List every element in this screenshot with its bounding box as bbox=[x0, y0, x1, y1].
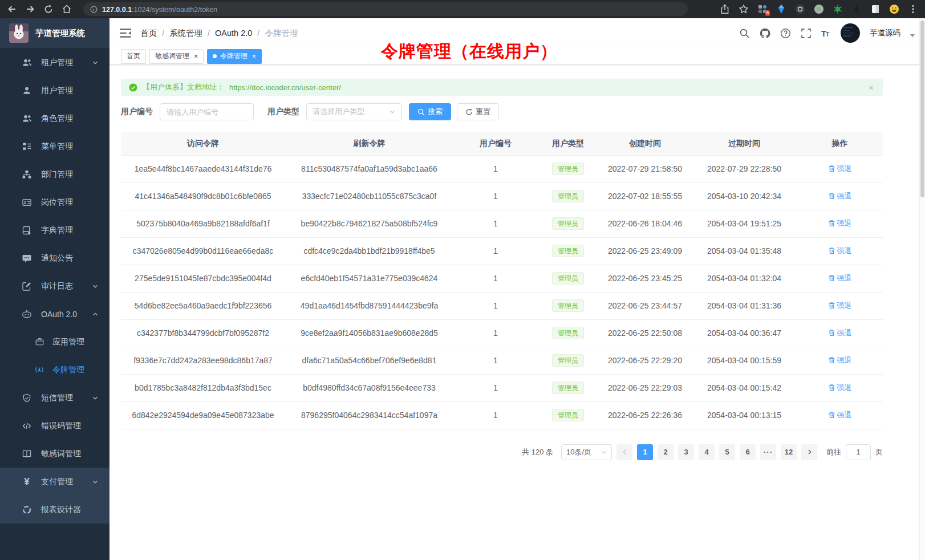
page-scrollbar[interactable] bbox=[919, 18, 925, 560]
logo-bar[interactable]: 芋道管理系统 bbox=[0, 18, 109, 48]
sidebar-item-oauth2-token[interactable]: 令牌管理 bbox=[0, 356, 109, 384]
sidebar-item-oauth2-app[interactable]: 应用管理 bbox=[0, 328, 109, 356]
forward-icon[interactable] bbox=[25, 4, 35, 14]
extension-record-icon[interactable] bbox=[814, 4, 824, 14]
extension-dark-icon[interactable] bbox=[795, 4, 805, 14]
sidebar-item-user[interactable]: 用户管理 bbox=[0, 76, 109, 104]
extension-gem-icon[interactable] bbox=[776, 4, 786, 14]
prev-page-button[interactable] bbox=[616, 444, 632, 460]
site-info-icon[interactable] bbox=[90, 6, 98, 13]
goto-label: 前往 bbox=[826, 447, 841, 457]
help-icon[interactable] bbox=[780, 28, 791, 39]
page-button-2[interactable]: 2 bbox=[658, 444, 674, 460]
expire-time-cell: 2054-03-04 00:15:59 bbox=[692, 347, 797, 374]
reload-icon[interactable] bbox=[43, 4, 54, 14]
force-logout-button[interactable]: 强退 bbox=[828, 328, 852, 338]
user-avatar[interactable] bbox=[841, 23, 860, 43]
kebab-menu-icon[interactable] bbox=[908, 4, 918, 14]
page-button-5[interactable]: 5 bbox=[719, 444, 735, 460]
page-button-1[interactable]: 1 bbox=[637, 444, 653, 460]
sidebar-item-label: 错误码管理 bbox=[41, 421, 81, 431]
created-time-cell: 2022-06-25 23:44:57 bbox=[598, 292, 692, 319]
content: 【用户体系】文档地址： https://doc.iocoder.cn/user-… bbox=[109, 65, 883, 460]
sidebar-item-sensitive-word[interactable]: 敏感词管理 bbox=[0, 440, 109, 468]
pie-icon bbox=[22, 505, 32, 515]
force-logout-button[interactable]: 强退 bbox=[828, 410, 852, 420]
page-button-12[interactable]: 12 bbox=[781, 444, 797, 460]
share-icon[interactable] bbox=[720, 4, 730, 14]
force-logout-button[interactable]: 强退 bbox=[828, 383, 852, 393]
alert-close-icon[interactable]: × bbox=[869, 83, 874, 92]
user-type-label: 用户类型 bbox=[267, 107, 299, 117]
sidebar-item-tenant[interactable]: 租户管理 bbox=[0, 48, 109, 76]
sidebar-item-pay[interactable]: ¥支付管理 bbox=[0, 468, 109, 496]
tab-首页[interactable]: 首页 bbox=[121, 49, 146, 64]
username[interactable]: 芋道源码 bbox=[870, 28, 900, 38]
force-logout-button[interactable]: 强退 bbox=[828, 191, 852, 201]
force-logout-label: 强退 bbox=[837, 191, 852, 201]
sidebar-item-oauth2[interactable]: OAuth 2.0 bbox=[0, 300, 109, 328]
tab-close-icon[interactable]: × bbox=[194, 53, 198, 60]
tab-close-icon[interactable]: × bbox=[252, 53, 256, 60]
breadcrumb-item[interactable]: 首页 bbox=[140, 28, 157, 39]
access-token-cell: 6d842e2924594de9a09e45e087323abe bbox=[121, 401, 285, 429]
back-icon[interactable] bbox=[7, 4, 17, 14]
sidebar-item-role[interactable]: 角色管理 bbox=[0, 104, 109, 132]
sidebar-item-audit-log[interactable]: 审计日志 bbox=[0, 272, 109, 300]
search-icon[interactable] bbox=[739, 28, 750, 39]
scrollbar-thumb[interactable] bbox=[920, 21, 924, 197]
sidebar-item-error-code[interactable]: 错误码管理 bbox=[0, 412, 109, 440]
fullscreen-icon[interactable] bbox=[801, 28, 812, 39]
reading-list-icon[interactable] bbox=[870, 4, 881, 14]
force-logout-button[interactable]: 强退 bbox=[828, 246, 852, 256]
sidebar-item-notice[interactable]: 通知公告 bbox=[0, 244, 109, 272]
bookmark-star-icon[interactable] bbox=[739, 4, 749, 14]
profile-emoji-icon[interactable] bbox=[889, 4, 899, 14]
trash-icon bbox=[828, 302, 835, 309]
reset-button[interactable]: 重置 bbox=[457, 103, 499, 120]
page-button-3[interactable]: 3 bbox=[678, 444, 694, 460]
force-logout-button[interactable]: 强退 bbox=[828, 355, 852, 366]
created-time-cell: 2022-06-25 23:45:25 bbox=[598, 265, 692, 292]
pagination: 共 120 条10条/页123456···12前往页 bbox=[121, 444, 883, 460]
address-bar[interactable]: 127.0.0.1:1024/system/oauth2/token bbox=[83, 2, 688, 16]
page-button-6[interactable]: 6 bbox=[740, 444, 756, 460]
page-size-select[interactable]: 10条/页 bbox=[561, 444, 612, 460]
extension-pin-icon[interactable] bbox=[851, 4, 862, 14]
sidebar-item-sms[interactable]: 短信管理 bbox=[0, 384, 109, 412]
user-dropdown-caret-icon[interactable] bbox=[910, 34, 915, 37]
tab-敏感词管理[interactable]: 敏感词管理× bbox=[149, 49, 204, 64]
force-logout-button[interactable]: 强退 bbox=[828, 301, 852, 311]
force-logout-button[interactable]: 强退 bbox=[828, 273, 852, 283]
sidebar-item-label: 菜单管理 bbox=[41, 141, 73, 152]
annotation-text: 令牌管理（在线用户） bbox=[381, 40, 558, 63]
pager-more-button[interactable]: ··· bbox=[760, 444, 776, 460]
alert-link[interactable]: https://doc.iocoder.cn/user-center/ bbox=[229, 83, 341, 92]
menu-fold-icon[interactable] bbox=[120, 28, 131, 38]
breadcrumb-item[interactable]: 系统管理 bbox=[169, 28, 202, 39]
sidebar-item-dict[interactable]: 字典管理 bbox=[0, 216, 109, 244]
force-logout-button[interactable]: 强退 bbox=[828, 218, 852, 229]
sidebar-item-dept[interactable]: 部门管理 bbox=[0, 160, 109, 188]
page-button-4[interactable]: 4 bbox=[699, 444, 715, 460]
font-size-icon[interactable]: TT bbox=[821, 29, 829, 38]
next-page-button[interactable] bbox=[801, 444, 817, 460]
force-logout-button[interactable]: 强退 bbox=[828, 164, 852, 174]
user-id-input[interactable] bbox=[160, 103, 254, 120]
action-cell: 强退 bbox=[797, 292, 883, 319]
github-icon[interactable] bbox=[760, 28, 770, 39]
goto-page-input[interactable] bbox=[846, 444, 871, 460]
home-icon[interactable] bbox=[62, 4, 72, 14]
code-icon bbox=[22, 421, 32, 431]
sidebar-item-report-designer[interactable]: 报表设计器 bbox=[0, 496, 109, 524]
extension-star-icon[interactable] bbox=[833, 4, 843, 14]
extension-notify-icon[interactable]: 9 bbox=[757, 4, 768, 14]
tab-令牌管理[interactable]: 令牌管理× bbox=[207, 49, 262, 64]
sidebar-item-menu[interactable]: 菜单管理 bbox=[0, 132, 109, 160]
search-button[interactable]: 搜索 bbox=[409, 103, 451, 120]
force-logout-label: 强退 bbox=[837, 355, 852, 366]
sidebar-item-post[interactable]: 岗位管理 bbox=[0, 188, 109, 216]
breadcrumb-item[interactable]: OAuth 2.0 bbox=[215, 29, 252, 38]
user-type-select[interactable]: 请选择用户类型 bbox=[306, 103, 402, 120]
column-header: 过期时间 bbox=[692, 132, 797, 155]
